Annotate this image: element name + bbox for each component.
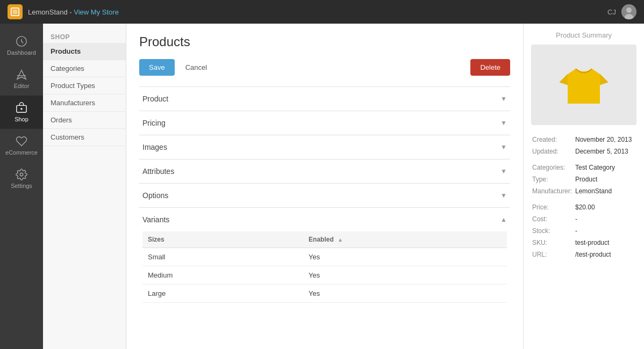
accordion-header-attributes[interactable]: Attributes ▼ (139, 159, 510, 183)
cell-enabled-small: Yes (303, 248, 507, 266)
sidebar: Shop Products Categories Product Types M… (43, 24, 126, 349)
avatar[interactable] (621, 4, 636, 19)
view-store-link[interactable]: View My Store (74, 8, 119, 16)
meta-row: URL: /test-product (531, 249, 636, 260)
logo-icon (8, 4, 23, 19)
accordion-product: Product ▼ (139, 86, 510, 111)
col-header-enabled: Enabled ▲ (303, 231, 507, 248)
accordion-options: Options ▼ (139, 183, 510, 207)
svg-rect-1 (13, 10, 18, 14)
svg-point-3 (626, 8, 632, 13)
sidebar-item-dashboard[interactable]: Dashboard (0, 29, 43, 62)
sidebar-section-label: Shop (43, 29, 126, 43)
meta-value: - (574, 225, 636, 237)
meta-value: - (574, 213, 636, 225)
svg-point-10 (20, 173, 23, 176)
ecommerce-icon (16, 135, 27, 147)
meta-row: SKU: test-product (531, 237, 636, 249)
meta-label: Categories: (531, 162, 574, 173)
sidebar-item-products[interactable]: Products (43, 43, 126, 60)
meta-row: Manufacturer: LemonStand (531, 185, 636, 197)
accordion-header-product[interactable]: Product ▼ (139, 87, 510, 111)
accordion-label-options: Options (142, 191, 168, 200)
table-row: Medium Yes (142, 266, 507, 285)
meta-row: Categories: Test Category (531, 162, 636, 173)
user-initials: CJ (607, 8, 616, 16)
sidebar-item-ecommerce[interactable]: eCommerce (0, 129, 43, 162)
toolbar: Save Cancel Delete (139, 59, 510, 76)
editor-icon (16, 69, 27, 81)
sidebar-item-settings[interactable]: Settings (0, 162, 43, 195)
topbar-left: LemonStand - View My Store (8, 4, 119, 19)
meta-label: Updated: (531, 146, 574, 157)
table-row: Large Yes (142, 285, 507, 303)
accordion-header-options[interactable]: Options ▼ (139, 184, 510, 207)
nav-label-editor: Editor (14, 83, 30, 89)
cancel-button[interactable]: Cancel (180, 59, 212, 76)
sidebar-item-manufacturers[interactable]: Manufacturers (43, 94, 126, 112)
meta-label: SKU: (531, 237, 574, 249)
meta-label: Created: (531, 134, 574, 146)
meta-value: LemonStand (574, 185, 636, 197)
variants-table: Sizes Enabled ▲ Small Yes (142, 231, 507, 303)
chevron-down-icon-5: ▼ (500, 192, 507, 199)
tshirt-icon (557, 58, 611, 112)
sidebar-item-shop[interactable]: Shop (0, 96, 43, 129)
meta-table: Created: November 20, 2013 Updated: Dece… (531, 134, 636, 260)
sidebar-item-orders[interactable]: Orders (43, 112, 126, 129)
meta-label: Type: (531, 173, 574, 185)
topbar-brand: LemonStand - View My Store (28, 8, 119, 16)
meta-row: Created: November 20, 2013 (531, 134, 636, 146)
meta-label: Stock: (531, 225, 574, 237)
topbar-right: CJ (607, 4, 636, 19)
accordion-images: Images ▼ (139, 135, 510, 159)
panel-title: Product Summary (531, 31, 636, 39)
meta-value: $20.00 (574, 201, 636, 213)
cell-size-large: Large (142, 285, 303, 303)
accordion-label-variants: Variants (142, 215, 169, 224)
delete-button[interactable]: Delete (470, 59, 510, 76)
chevron-down-icon-3: ▼ (500, 143, 507, 151)
chevron-down-icon-2: ▼ (500, 119, 507, 127)
settings-icon (16, 169, 27, 180)
accordion-label-pricing: Pricing (142, 119, 166, 127)
meta-label: URL: (531, 249, 574, 260)
accordion-attributes: Attributes ▼ (139, 159, 510, 183)
meta-row: Cost: - (531, 213, 636, 225)
chevron-down-icon: ▼ (500, 95, 507, 103)
product-image (531, 45, 636, 125)
sort-arrow-icon: ▲ (338, 237, 343, 243)
accordion-header-variants[interactable]: Variants ▲ (139, 208, 510, 231)
sidebar-item-product-types[interactable]: Product Types (43, 77, 126, 94)
main-layout: Dashboard Editor Shop eCommerce (0, 24, 644, 349)
cell-size-small: Small (142, 248, 303, 266)
accordion-label-attributes: Attributes (142, 167, 174, 176)
variants-content: Sizes Enabled ▲ Small Yes (139, 231, 510, 308)
accordion-header-images[interactable]: Images ▼ (139, 135, 510, 159)
table-row: Small Yes (142, 248, 507, 266)
meta-value: November 20, 2013 (574, 134, 636, 146)
right-panel: Product Summary Created: November 20, 20… (523, 24, 644, 349)
sidebar-item-editor[interactable]: Editor (0, 62, 43, 96)
accordion-label-images: Images (142, 143, 167, 151)
save-button[interactable]: Save (139, 59, 175, 76)
meta-label: Manufacturer: (531, 185, 574, 197)
cell-enabled-medium: Yes (303, 266, 507, 285)
meta-row: Type: Product (531, 173, 636, 185)
meta-value: December 5, 2013 (574, 146, 636, 157)
meta-label: Price: (531, 201, 574, 213)
left-nav: Dashboard Editor Shop eCommerce (0, 24, 43, 349)
chevron-up-icon: ▲ (500, 216, 507, 223)
meta-value: test-product (574, 237, 636, 249)
page-title: Products (139, 34, 510, 49)
sidebar-item-customers[interactable]: Customers (43, 129, 126, 146)
nav-label-shop: Shop (15, 116, 28, 122)
accordion-header-pricing[interactable]: Pricing ▼ (139, 111, 510, 135)
meta-value: Test Category (574, 162, 636, 173)
nav-label-dashboard: Dashboard (7, 49, 36, 56)
chevron-down-icon-4: ▼ (500, 168, 507, 175)
col-header-sizes[interactable]: Sizes (142, 231, 303, 248)
sidebar-item-categories[interactable]: Categories (43, 60, 126, 77)
meta-row: Price: $20.00 (531, 201, 636, 213)
dashboard-icon (16, 35, 27, 47)
